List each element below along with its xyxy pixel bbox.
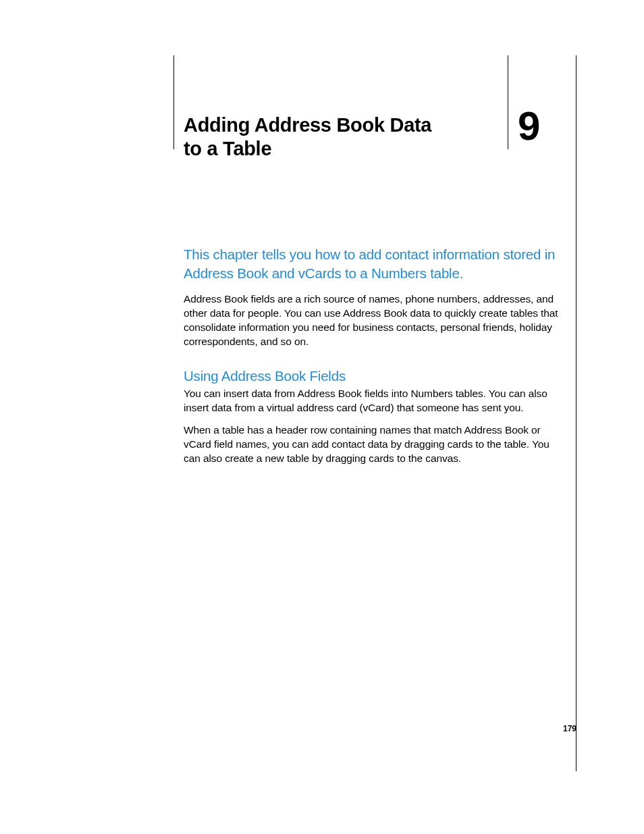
section-heading: Using Address Book Fields (184, 368, 346, 384)
page-number: 179 (563, 724, 576, 733)
section-paragraph-2: When a table has a header row containing… (184, 423, 559, 466)
decorative-rule-left (173, 55, 174, 149)
chapter-intro: This chapter tells you how to add contac… (184, 245, 559, 282)
chapter-number: 9 (518, 103, 539, 149)
chapter-title-line2: to a Table (184, 138, 271, 159)
chapter-title-line1: Adding Address Book Data (184, 114, 431, 136)
intro-body-paragraph: Address Book fields are a rich source of… (184, 292, 559, 349)
decorative-rule-right-top (508, 55, 508, 149)
section-paragraph-1: You can insert data from Address Book fi… (184, 387, 559, 415)
decorative-rule-right-full (576, 55, 576, 771)
chapter-title: Adding Address Book Data to a Table (184, 113, 431, 161)
